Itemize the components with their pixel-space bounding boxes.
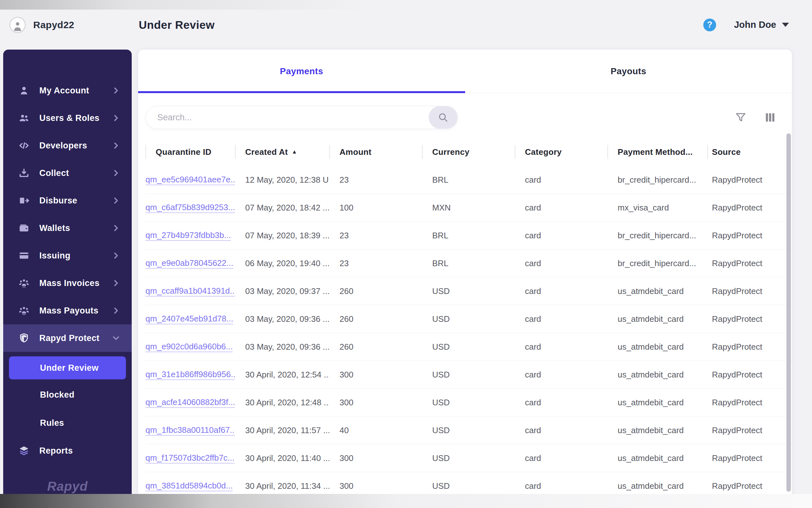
column-header-quarantine-id[interactable]: Quarantine ID ▲ [145,138,235,166]
source-cell: RapydProtect [708,305,792,333]
chevron-down-icon [782,23,789,27]
avatar[interactable] [10,17,26,33]
sidebar-subitem-rules[interactable]: Rules [3,409,132,437]
created-at-cell: 12 May, 2020, 12:38 U... [235,166,329,194]
sidebar-item-mass-invoices[interactable]: Mass Invoices [3,269,132,297]
chevron-right-icon [112,334,120,342]
user-icon [17,84,30,97]
chevron-right-icon [112,224,120,232]
sidebar-subitem-label: Rules [40,418,64,428]
rapyd-logo: Rapyd [3,479,132,494]
collect-icon [17,167,30,179]
column-header-amount[interactable]: Amount ▲ [329,138,422,166]
amount-cell: 40 [329,417,422,444]
search-bar [145,106,458,129]
disburse-icon [17,194,30,207]
sidebar-item-label: Users & Roles [39,113,99,123]
columns-button[interactable] [764,111,776,124]
column-header-created-at[interactable]: Created At ▲ [235,138,329,166]
tab-label: Payouts [611,66,647,77]
created-at-cell: 07 May, 2020, 18:42 ... [235,194,329,221]
users-icon [17,112,30,124]
payment-method-cell: us_atmdebit_card [607,417,708,444]
tab-payouts[interactable]: Payouts [465,50,792,93]
quarantine-id-link[interactable]: qm_acfe14060882bf3f... [145,397,235,408]
quarantine-id-link[interactable]: qm_f17507d3bc2ffb7c... [145,453,235,464]
chevron-right-icon [112,86,120,95]
quarantine-id-link[interactable]: qm_ccaff9a1b041391d... [145,286,235,297]
sidebar-item-wallets[interactable]: Wallets [3,214,132,242]
tab-payments[interactable]: Payments [138,50,465,93]
sidebar-subitem-blocked[interactable]: Blocked [3,381,132,409]
currency-cell: BRL [422,222,515,249]
currency-cell: USD [422,333,515,361]
created-at-cell: 30 April, 2020, 12:54 ... [235,361,329,388]
sidebar-item-label: Mass Invoices [39,278,99,288]
amount-cell: 260 [329,333,422,361]
chevron-right-icon [112,197,120,205]
quarantine-id-link[interactable]: qm_1fbc38a00110af67... [145,425,235,436]
group-icon [17,304,30,317]
table-controls [138,93,792,138]
payment-method-cell: br_credit_hipercard... [607,250,708,277]
sidebar-item-users-roles[interactable]: Users & Roles [3,104,132,132]
user-menu[interactable]: John Doe [734,19,789,30]
sidebar-item-label: Wallets [39,223,70,233]
wallet-icon [17,222,30,235]
quarantine-id-link[interactable]: qm_3851dd5894cb0d... [145,481,233,491]
sidebar-item-label: Collect [39,168,69,178]
sidebar-item-rapyd-protect[interactable]: Rapyd Protect [3,324,132,352]
vertical-scrollbar[interactable] [786,133,791,492]
category-cell: card [515,194,607,221]
sidebar-item-label: My Account [39,86,89,96]
quarantine-id-link[interactable]: qm_e9e0ab78045622... [145,258,233,269]
sidebar-item-disburse[interactable]: Disburse [3,187,132,214]
table-row: qm_f17507d3bc2ffb7c... 30 April, 2020, 1… [145,444,792,472]
sidebar-item-issuing[interactable]: Issuing [3,242,132,269]
column-header-payment-method[interactable]: Payment Method... ▲ [607,138,708,166]
sidebar-item-developers[interactable]: Developers [3,132,132,159]
currency-cell: USD [422,361,515,388]
help-icon[interactable]: ? [703,18,716,31]
payment-method-cell: br_credit_hipercard... [607,222,708,249]
amount-cell: 260 [329,305,422,333]
amount-cell: 300 [329,361,422,388]
category-cell: card [515,444,607,472]
sidebar-item-collect[interactable]: Collect [3,159,132,187]
column-header-label: Quarantine ID [156,147,211,157]
category-cell: card [515,278,607,305]
quarantine-id-link[interactable]: qm_2407e45eb91d78... [145,314,233,324]
sidebar-item-my-account[interactable]: My Account [3,77,132,104]
sidebar-item-reports[interactable]: Reports [3,437,132,465]
source-cell: RapydProtect [708,166,792,194]
payment-method-cell: us_atmdebit_card [607,389,708,416]
quarantine-id-link[interactable]: qm_27b4b973fdbb3b... [145,230,231,241]
table-row: qm_e902c0d6a960b6... 03 May, 2020, 09:36… [145,333,792,361]
search-input[interactable] [146,113,429,123]
sidebar-item-mass-payouts[interactable]: Mass Payouts [3,297,132,324]
sort-asc-icon: ▲ [292,149,297,155]
source-cell: RapydProtect [708,389,792,416]
table-body: qm_ee5c969401aee7e... 12 May, 2020, 12:3… [138,166,792,500]
source-cell: RapydProtect [708,444,792,472]
table-row: qm_ccaff9a1b041391d... 03 May, 2020, 09:… [145,278,792,305]
column-header-label: Created At [245,147,288,157]
quarantine-id-link[interactable]: qm_ee5c969401aee7e... [145,175,235,185]
column-header-category[interactable]: Category ▲ [515,138,607,166]
column-header-source[interactable]: Source ▲ [708,138,792,166]
created-at-cell: 30 April, 2020, 11:57 ... [235,417,329,444]
filter-button[interactable] [734,111,747,124]
brand-area: Rapyd22 [0,17,129,33]
category-cell: card [515,361,607,388]
search-button[interactable] [429,106,458,129]
quarantine-id-link[interactable]: qm_e902c0d6a960b6... [145,342,233,352]
code-icon [17,139,30,152]
quarantine-id-link[interactable]: qm_c6af75b839d9253... [145,203,235,213]
currency-cell: USD [422,305,515,333]
quarantine-id-link[interactable]: qm_31e1b86ff986b956... [145,370,235,380]
column-header-currency[interactable]: Currency ▲ [422,138,515,166]
currency-cell: MXN [422,194,515,221]
currency-cell: USD [422,417,515,444]
sidebar-subitem-under-review[interactable]: Under Review [9,356,126,379]
person-icon [12,20,23,32]
